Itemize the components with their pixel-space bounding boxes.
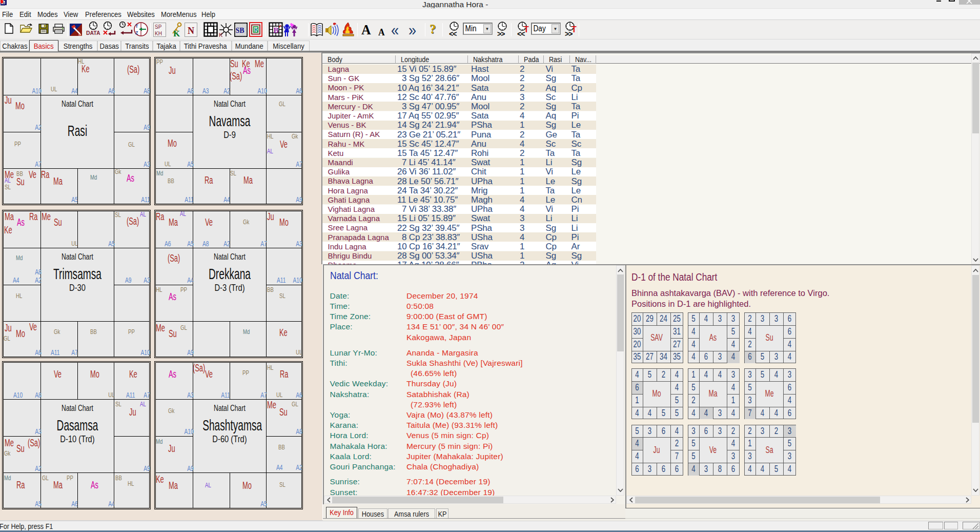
svg-text:Z: Z xyxy=(135,30,138,35)
svg-text:T: T xyxy=(135,24,138,29)
svg-text:K: K xyxy=(173,29,180,37)
svg-text:SP: SP xyxy=(155,24,162,30)
svg-text:KH: KH xyxy=(155,31,162,36)
svg-text:K: K xyxy=(254,27,258,33)
svg-text:SB: SB xyxy=(236,27,244,34)
svg-text:B: B xyxy=(274,26,279,34)
svg-text:N: N xyxy=(188,26,194,36)
svg-text:K: K xyxy=(219,32,223,37)
